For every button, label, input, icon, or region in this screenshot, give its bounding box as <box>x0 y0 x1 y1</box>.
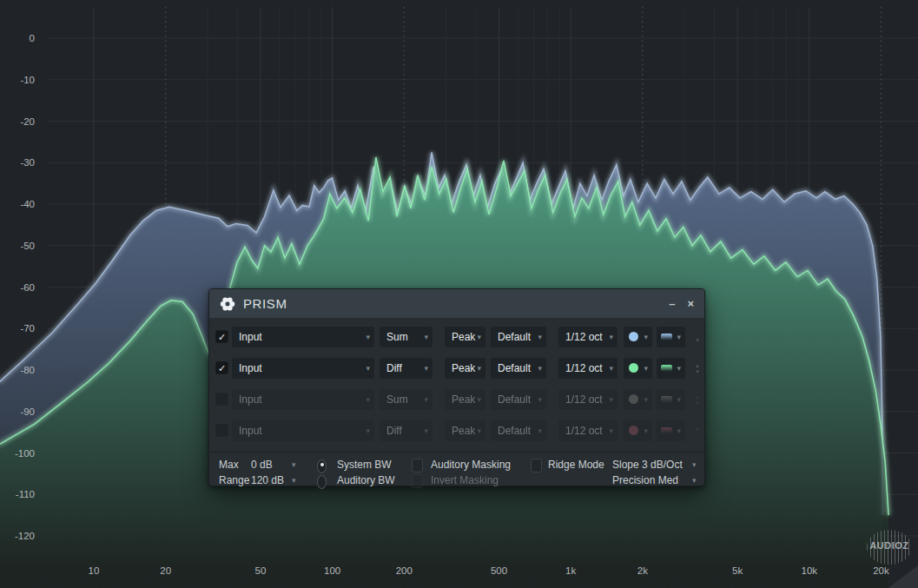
svg-text:10: 10 <box>89 565 100 576</box>
minimize-button[interactable]: – <box>669 298 675 310</box>
chevron-down-icon: ▾ <box>677 389 681 410</box>
row4-detector-dropdown[interactable]: Peak▾ <box>445 420 485 441</box>
row4-source-value: Input <box>239 425 262 437</box>
ridge-mode-checkbox[interactable] <box>531 459 542 472</box>
row2-reorder-handle[interactable]: ▴▾ <box>691 358 703 379</box>
analyzer-rows: ✓ Input▾ Sum▾ Peak▾ Default▾ 1/12 oct▾ ▾… <box>209 318 704 452</box>
arrow-up-icon: ▴ <box>696 393 699 400</box>
row2-detector-value: Peak <box>452 362 475 374</box>
row1-detector-dropdown[interactable]: Peak▾ <box>445 327 485 347</box>
color-dot-icon <box>629 426 638 435</box>
row2-mode-dropdown[interactable]: Diff▾ <box>380 358 433 379</box>
svg-text:100: 100 <box>324 565 340 576</box>
corner-decoration <box>888 565 918 588</box>
row4-source-dropdown[interactable]: Input▾ <box>232 420 374 441</box>
row1-smoothing-dropdown[interactable]: 1/12 oct▾ <box>558 327 618 347</box>
fill-style-swatch-icon <box>661 396 672 403</box>
chevron-down-icon: ▾ <box>644 358 648 379</box>
row3-speed-value: Default <box>498 393 531 406</box>
color-dot-icon <box>629 394 638 404</box>
analyzer-row-3: Input▾ Sum▾ Peak▾ Default▾ 1/12 oct▾ ▾ ▾… <box>209 389 704 410</box>
arrow-up-icon: ▴ <box>696 362 699 368</box>
row2-smoothing-value: 1/12 oct <box>565 362 603 374</box>
svg-text:-70: -70 <box>20 323 35 334</box>
row2-source-dropdown[interactable]: Input▾ <box>232 358 374 379</box>
row1-speed-dropdown[interactable]: Default▾ <box>491 327 546 347</box>
row1-color-dropdown[interactable]: ▾ <box>624 327 652 347</box>
row1-source-dropdown[interactable]: Input▾ <box>232 327 374 347</box>
svg-text:-60: -60 <box>20 282 35 293</box>
chevron-down-icon: ▾ <box>644 389 648 410</box>
chevron-down-icon: ▾ <box>644 420 648 441</box>
row2-mode-value: Diff <box>386 362 402 374</box>
row3-style-dropdown[interactable]: ▾ <box>657 389 685 410</box>
analyzer-row-1: ✓ Input▾ Sum▾ Peak▾ Default▾ 1/12 oct▾ ▾… <box>209 327 704 347</box>
max-value-dropdown[interactable]: 0 dB <box>251 458 273 472</box>
svg-text:20: 20 <box>160 565 171 576</box>
prism-flower-icon <box>220 296 235 312</box>
range-label: Range <box>219 473 249 487</box>
fill-style-swatch-icon <box>661 427 672 434</box>
svg-text:-30: -30 <box>20 157 35 168</box>
chevron-down-icon: ▾ <box>292 458 296 472</box>
color-dot-icon <box>629 332 638 341</box>
auditory-masking-checkbox[interactable] <box>412 459 423 472</box>
chevron-down-icon: ▾ <box>538 389 542 410</box>
close-button[interactable]: × <box>687 298 694 310</box>
row3-enable-checkbox[interactable] <box>215 393 228 406</box>
svg-text:-120: -120 <box>15 531 35 541</box>
color-dot-icon <box>629 363 638 373</box>
precision-dropdown[interactable]: Precision Med <box>612 473 678 487</box>
slope-dropdown[interactable]: Slope 3 dB/Oct <box>612 458 683 472</box>
arrow-down-icon: ▾ <box>696 337 699 343</box>
row2-style-dropdown[interactable]: ▾ <box>657 358 685 379</box>
auditory-bw-radio[interactable] <box>317 475 327 489</box>
chevron-down-icon: ▾ <box>477 389 481 410</box>
row4-mode-dropdown[interactable]: Diff▾ <box>380 420 433 441</box>
row3-source-dropdown[interactable]: Input▾ <box>232 389 374 410</box>
system-bw-radio[interactable] <box>317 459 327 473</box>
row4-reorder-handle[interactable]: ▴▾ <box>691 420 703 441</box>
chevron-down-icon: ▾ <box>424 327 428 347</box>
invert-masking-checkbox[interactable] <box>412 474 423 488</box>
row1-enable-checkbox[interactable]: ✓ <box>215 330 228 343</box>
row3-reorder-handle[interactable]: ▴▾ <box>691 389 703 410</box>
row2-detector-dropdown[interactable]: Peak▾ <box>445 358 485 379</box>
range-value-dropdown[interactable]: 120 dB <box>251 473 284 487</box>
chevron-down-icon: ▾ <box>609 420 613 441</box>
fill-style-swatch-icon <box>661 365 672 372</box>
analyzer-row-2: ✓ Input▾ Diff▾ Peak▾ Default▾ 1/12 oct▾ … <box>209 358 704 379</box>
row1-style-dropdown[interactable]: ▾ <box>657 327 685 347</box>
chevron-down-icon: ▾ <box>424 389 428 410</box>
chevron-down-icon: ▾ <box>692 473 697 487</box>
row2-enable-checkbox[interactable]: ✓ <box>215 361 228 374</box>
row4-smoothing-dropdown[interactable]: 1/12 oct▾ <box>558 420 618 441</box>
chevron-down-icon: ▾ <box>677 420 681 441</box>
chevron-down-icon: ▾ <box>477 420 481 441</box>
row1-mode-dropdown[interactable]: Sum▾ <box>380 327 433 347</box>
svg-text:5k: 5k <box>732 565 743 576</box>
row3-color-dropdown[interactable]: ▾ <box>624 389 652 410</box>
row3-mode-dropdown[interactable]: Sum▾ <box>380 389 433 410</box>
row3-detector-dropdown[interactable]: Peak▾ <box>445 389 485 410</box>
panel-title: PRISM <box>243 296 287 311</box>
row4-enable-checkbox[interactable] <box>215 424 228 437</box>
chevron-down-icon: ▾ <box>424 358 428 379</box>
row4-color-dropdown[interactable]: ▾ <box>624 420 652 441</box>
row3-speed-dropdown[interactable]: Default▾ <box>491 389 546 410</box>
row2-smoothing-dropdown[interactable]: 1/12 oct▾ <box>558 358 618 379</box>
row1-detector-value: Peak <box>452 331 475 343</box>
row3-smoothing-dropdown[interactable]: 1/12 oct▾ <box>558 389 618 410</box>
panel-titlebar[interactable]: PRISM – × <box>209 289 704 318</box>
svg-text:0: 0 <box>30 33 35 43</box>
chevron-down-icon: ▾ <box>692 458 697 472</box>
row2-speed-dropdown[interactable]: Default▾ <box>491 358 546 379</box>
watermark-text: AUDIOZ <box>869 540 908 551</box>
chevron-down-icon: ▾ <box>677 327 681 347</box>
chevron-down-icon: ▾ <box>538 358 542 379</box>
row4-speed-dropdown[interactable]: Default▾ <box>491 420 546 441</box>
svg-text:-20: -20 <box>20 116 35 127</box>
row1-reorder-handle[interactable]: ▴▾ <box>691 327 703 347</box>
row4-style-dropdown[interactable]: ▾ <box>657 420 685 441</box>
row2-color-dropdown[interactable]: ▾ <box>624 358 652 379</box>
